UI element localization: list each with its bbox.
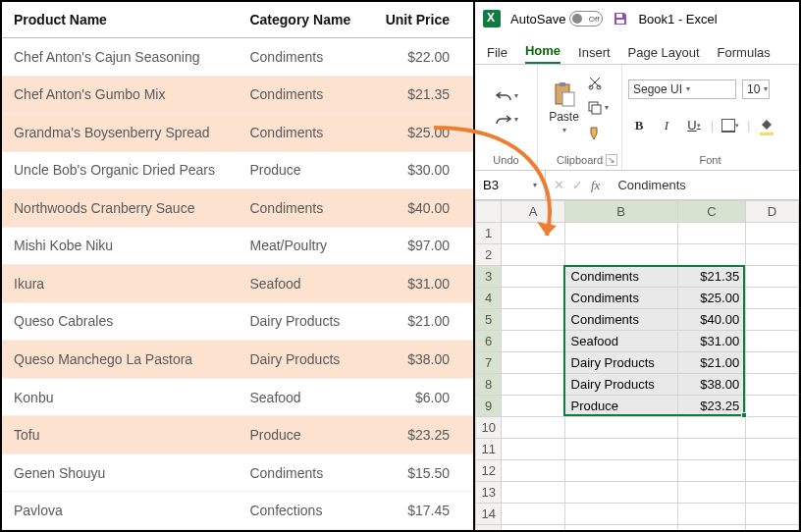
cell-C13[interactable]	[677, 482, 745, 504]
cell-B9[interactable]: Produce	[564, 396, 677, 417]
row-header-9[interactable]: 9	[476, 396, 502, 417]
cell-A6[interactable]	[502, 331, 564, 352]
row-header-10[interactable]: 10	[476, 417, 502, 439]
column-header-B[interactable]: B	[564, 201, 677, 223]
cell-D10[interactable]	[746, 417, 799, 439]
cut-button[interactable]	[585, 73, 611, 92]
name-box[interactable]: B3▾	[475, 171, 546, 199]
table-row[interactable]: Grandma's Boysenberry SpreadCondiments$2…	[2, 114, 473, 152]
row-header-6[interactable]: 6	[476, 331, 502, 352]
cell-A8[interactable]	[502, 374, 564, 396]
column-header-D[interactable]: D	[746, 201, 799, 223]
tab-page-layout[interactable]: Page Layout	[628, 41, 700, 64]
cell-D9[interactable]	[746, 396, 799, 417]
worksheet-grid[interactable]: ABCD123Condiments$21.354Condiments$25.00…	[475, 200, 799, 530]
cell-C10[interactable]	[677, 417, 745, 439]
cell-A4[interactable]	[502, 288, 564, 309]
cell-A11[interactable]	[502, 439, 564, 460]
cell-A10[interactable]	[502, 417, 564, 439]
cell-B15[interactable]	[564, 525, 677, 531]
cell-C9[interactable]: $23.25	[677, 396, 745, 417]
cell-D14[interactable]	[746, 504, 799, 525]
cell-A12[interactable]	[502, 460, 564, 482]
table-row[interactable]: Genen ShouyuCondiments$15.50	[2, 453, 473, 492]
cell-C8[interactable]: $38.00	[677, 374, 745, 396]
cell-D2[interactable]	[746, 244, 799, 266]
clipboard-launcher[interactable]: ↘	[606, 154, 617, 166]
cell-D11[interactable]	[746, 439, 799, 460]
table-row[interactable]: Northwoods Cranberry SauceCondiments$40.…	[2, 189, 473, 228]
copy-button[interactable]: ▾	[585, 98, 611, 118]
cell-D3[interactable]	[746, 266, 799, 288]
cell-D15[interactable]	[746, 525, 799, 531]
cell-C3[interactable]: $21.35	[677, 266, 745, 288]
fill-color-button[interactable]	[756, 115, 777, 136]
save-icon[interactable]	[613, 11, 628, 27]
cell-D8[interactable]	[746, 374, 799, 396]
paste-button[interactable]: Paste▾	[549, 80, 579, 134]
fx-icon[interactable]: fx	[591, 178, 600, 193]
cell-A3[interactable]	[502, 266, 564, 288]
row-header-4[interactable]: 4	[476, 288, 502, 309]
row-header-7[interactable]: 7	[476, 352, 502, 374]
table-row[interactable]: IkuraSeafood$31.00	[2, 265, 473, 303]
cell-B6[interactable]: Seafood	[564, 331, 677, 352]
cell-B5[interactable]: Condiments	[564, 309, 677, 331]
table-row[interactable]: Uncle Bob's Organic Dried PearsProduce$3…	[2, 151, 473, 189]
row-header-8[interactable]: 8	[476, 374, 502, 396]
cell-D6[interactable]	[746, 331, 799, 352]
cell-A1[interactable]	[502, 223, 564, 244]
undo-button[interactable]: ▾	[493, 87, 520, 105]
cell-D7[interactable]	[746, 352, 799, 374]
row-header-11[interactable]: 11	[476, 439, 502, 460]
cell-B7[interactable]: Dairy Products	[564, 352, 677, 374]
cell-B2[interactable]	[564, 244, 677, 266]
column-header-A[interactable]: A	[502, 201, 564, 223]
cell-C12[interactable]	[677, 460, 745, 482]
cell-C5[interactable]: $40.00	[677, 309, 745, 331]
row-header-5[interactable]: 5	[476, 309, 502, 331]
tab-formulas[interactable]: Formulas	[718, 41, 771, 64]
row-header-2[interactable]: 2	[476, 244, 502, 266]
cell-C1[interactable]	[677, 223, 745, 244]
cell-D12[interactable]	[746, 460, 799, 482]
cell-C2[interactable]	[677, 244, 745, 266]
table-row[interactable]: Mishi Kobe NikuMeat/Poultry$97.00	[2, 227, 473, 265]
bold-button[interactable]: B	[628, 115, 650, 136]
table-row[interactable]: TofuProduce$23.25	[2, 416, 473, 454]
row-header-12[interactable]: 12	[476, 460, 502, 482]
cell-A14[interactable]	[502, 504, 564, 525]
cell-A13[interactable]	[502, 482, 564, 504]
column-header-C[interactable]: C	[677, 201, 745, 223]
tab-insert[interactable]: Insert	[578, 41, 611, 64]
redo-button[interactable]: ▾	[493, 111, 520, 129]
cell-C11[interactable]	[677, 439, 745, 460]
cell-C6[interactable]: $31.00	[677, 331, 745, 352]
format-painter-button[interactable]	[585, 124, 611, 143]
cell-D4[interactable]	[746, 288, 799, 309]
tab-file[interactable]: File	[487, 41, 507, 64]
cell-B8[interactable]: Dairy Products	[564, 374, 677, 396]
row-header-13[interactable]: 13	[476, 482, 502, 504]
row-header-1[interactable]: 1	[476, 223, 502, 244]
italic-button[interactable]: I	[656, 115, 677, 136]
cell-C4[interactable]: $25.00	[677, 288, 745, 309]
table-row[interactable]: KonbuSeafood$6.00	[2, 378, 473, 416]
cell-B11[interactable]	[564, 439, 677, 460]
formula-value[interactable]: Condiments	[608, 178, 685, 192]
cell-A7[interactable]	[502, 352, 564, 374]
cell-B4[interactable]: Condiments	[564, 288, 677, 309]
cell-A15[interactable]	[502, 525, 564, 531]
row-header-3[interactable]: 3	[476, 266, 502, 288]
table-row[interactable]: PavlovaConfections$17.45	[2, 492, 473, 530]
tab-home[interactable]: Home	[525, 39, 561, 64]
cell-B13[interactable]	[564, 482, 677, 504]
font-name-combo[interactable]: Segoe UI▾	[628, 80, 736, 99]
cell-D13[interactable]	[746, 482, 799, 504]
cell-B3[interactable]: Condiments	[564, 266, 677, 288]
cell-A9[interactable]	[502, 396, 564, 417]
enter-icon[interactable]: ✓	[572, 178, 583, 192]
cancel-icon[interactable]: ✕	[554, 178, 564, 192]
table-row[interactable]: Chef Anton's Gumbo MixCondiments$21.35	[2, 76, 473, 114]
cell-C14[interactable]	[677, 504, 745, 525]
